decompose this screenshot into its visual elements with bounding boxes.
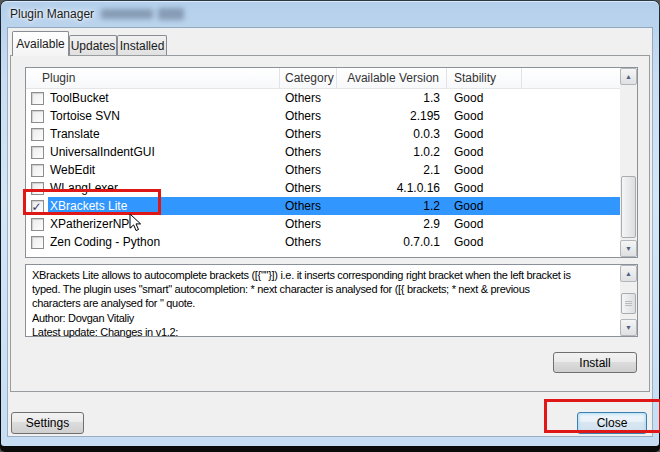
description-box: XBrackets Lite allows to autocomplete br… [25,264,638,337]
plugin-checkbox[interactable]: ✓ [31,92,44,105]
plugin-stability: Good [447,107,522,125]
scroll-up-icon[interactable]: ▲ [620,265,637,282]
plugin-category: Others [280,125,337,143]
plugin-category: Others [280,107,337,125]
annotation-xbrackets-highlight [23,189,161,215]
plugin-name: WebEdit [48,161,280,179]
plugin-name: Zen Coding - Python [48,233,280,251]
window-title: Plugin Manager [10,7,94,21]
checkbox-cell: ✓ [26,89,48,107]
background-artifact [101,9,153,19]
checkbox-cell: ✓ [26,143,48,161]
list-scrollbar-thumb[interactable] [621,176,636,238]
checkbox-cell: ✓ [26,125,48,143]
install-button[interactable]: Install [553,352,637,373]
checkbox-cell: ✓ [26,233,48,251]
table-row[interactable]: ✓ XPatherizerNPP Others 2.9 Good [26,215,620,233]
description-line: Latest update: Changes in v1.2: [32,325,617,339]
plugin-checkbox[interactable]: ✓ [31,128,44,141]
plugin-stability: Good [447,89,522,107]
plugin-version: 4.1.0.16 [337,179,447,197]
plugin-manager-window: Plugin Manager Available Updates Install… [0,0,660,452]
plugin-name: UniversalIndentGUI [48,143,280,161]
plugin-category: Others [280,197,337,215]
column-header-stability[interactable]: Stability [447,68,522,89]
settings-button[interactable]: Settings [11,412,84,434]
plugin-category: Others [280,215,337,233]
checkbox-cell: ✓ [26,215,48,233]
plugin-name: Tortoise SVN [48,107,280,125]
list-header: Plugin Category Available Version Stabil… [26,68,620,89]
tab-panel-available: Plugin Category Available Version Stabil… [10,55,650,392]
background-artifact [158,8,184,20]
plugin-version: 0.0.3 [337,125,447,143]
column-header-filler [522,68,620,89]
dialog-client-area: Available Updates Installed Plugin Categ… [8,28,652,436]
tab-installed[interactable]: Installed [117,35,167,56]
checkbox-cell: ✓ [26,107,48,125]
plugin-description: XBrackets Lite allows to autocomplete br… [32,268,617,339]
plugin-stability: Good [447,179,522,197]
titlebar[interactable]: Plugin Manager [0,0,660,28]
table-row[interactable]: ✓ UniversalIndentGUI Others 1.0.2 Good [26,143,620,161]
plugin-version: 2.9 [337,215,447,233]
plugin-stability: Good [447,125,522,143]
table-row[interactable]: ✓ Translate Others 0.0.3 Good [26,125,620,143]
plugin-category: Others [280,89,337,107]
plugin-stability: Good [447,161,522,179]
plugin-name: Translate [48,125,280,143]
description-line: characters are analysed for " quote. [32,296,617,310]
tab-updates[interactable]: Updates [69,35,117,56]
description-line: XBrackets Lite allows to autocomplete br… [32,268,617,282]
plugin-checkbox[interactable]: ✓ [31,164,44,177]
description-line: typed. The plugin uses "smart" autocompl… [32,282,617,296]
tab-available[interactable]: Available [12,31,69,56]
mouse-cursor [129,213,142,233]
column-header-category[interactable]: Category [280,68,337,89]
table-row[interactable]: ✓ Tortoise SVN Others 2.195 Good [26,107,620,125]
table-row[interactable]: ✓ Zen Coding - Python Others 0.7.0.1 Goo… [26,233,620,251]
column-header-plugin[interactable]: Plugin [26,68,280,89]
column-header-version[interactable]: Available Version [337,68,447,89]
scroll-up-icon[interactable]: ▲ [620,68,637,85]
scroll-down-icon[interactable]: ▼ [620,319,637,336]
plugin-list: Plugin Category Available Version Stabil… [25,67,638,258]
table-row[interactable]: ✓ ToolBucket Others 1.3 Good [26,89,620,107]
table-row[interactable]: ✓ WebEdit Others 2.1 Good [26,161,620,179]
annotation-install-highlight [544,399,660,433]
plugin-stability: Good [447,233,522,251]
plugin-stability: Good [447,197,522,215]
plugin-version: 2.1 [337,161,447,179]
plugin-version: 2.195 [337,107,447,125]
plugin-checkbox[interactable]: ✓ [31,236,44,249]
plugin-version: 0.7.0.1 [337,233,447,251]
plugin-category: Others [280,179,337,197]
plugin-stability: Good [447,215,522,233]
plugin-checkbox[interactable]: ✓ [31,110,44,123]
plugin-checkbox[interactable]: ✓ [31,146,44,159]
plugin-checkbox[interactable]: ✓ [31,218,44,231]
thumb-grip [625,301,632,306]
plugin-version: 1.0.2 [337,143,447,161]
plugin-version: 1.3 [337,89,447,107]
checkbox-cell: ✓ [26,161,48,179]
description-scrollbar-thumb[interactable] [621,293,636,314]
plugin-name: ToolBucket [48,89,280,107]
list-scrollbar[interactable]: ▲ ▼ [620,68,637,257]
plugin-category: Others [280,143,337,161]
description-scrollbar[interactable]: ▲ ▼ [620,265,637,336]
plugin-category: Others [280,233,337,251]
description-line: Author: Dovgan Vitaliy [32,311,617,325]
scroll-down-icon[interactable]: ▼ [620,240,637,257]
plugin-stability: Good [447,143,522,161]
plugin-name: XPatherizerNPP [48,215,280,233]
list-body: ✓ ToolBucket Others 1.3 Good ✓ Tortoise … [26,89,620,251]
plugin-category: Others [280,161,337,179]
plugin-version: 1.2 [337,197,447,215]
